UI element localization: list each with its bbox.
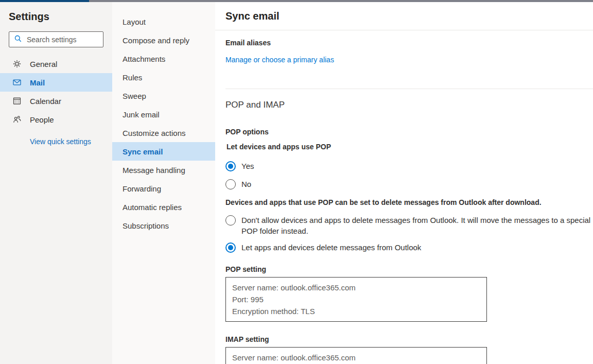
sidebar-item-calendar[interactable]: Calendar (0, 92, 112, 110)
delete-radio-allow[interactable]: Let apps and devices delete messages fro… (215, 242, 593, 253)
pop-server-name: Server name: outlook.office365.com (232, 282, 480, 293)
radio-unselected-icon[interactable] (225, 215, 236, 226)
sidebar-item-people[interactable]: People (0, 110, 112, 129)
subnav-item-compose-and-reply[interactable]: Compose and reply (112, 31, 215, 49)
imap-server-name: Server name: outlook.office365.com (232, 352, 480, 363)
people-icon (12, 115, 22, 124)
pop-options-label: POP options (215, 128, 593, 136)
pop-encryption: Encryption method: TLS (232, 305, 480, 317)
delete-radio-dont-allow[interactable]: Don't allow devices and apps to delete m… (215, 215, 593, 236)
search-settings-input[interactable] (27, 36, 99, 44)
email-aliases-heading: Email aliases (215, 39, 593, 47)
pop-and-imap-heading: POP and IMAP (215, 100, 593, 110)
subnav-item-customize-actions[interactable]: Customize actions (112, 124, 215, 142)
manage-primary-alias-link[interactable]: Manage or choose a primary alias (225, 56, 334, 64)
mail-settings-subnav: Layout Compose and reply Attachments Rul… (112, 2, 215, 364)
radio-label-no: No (241, 179, 251, 189)
use-pop-label: Let devices and apps use POP (216, 143, 593, 151)
imap-setting-heading: IMAP setting (215, 335, 593, 343)
pop-setting-box: Server name: outlook.office365.com Port:… (225, 277, 487, 322)
calendar-icon (12, 96, 22, 106)
sync-email-panel: Sync email Email aliases Manage or choos… (215, 2, 593, 364)
settings-window: Settings General (0, 0, 593, 364)
gear-icon (12, 59, 22, 68)
radio-label-allow: Let apps and devices delete messages fro… (241, 242, 421, 253)
subnav-item-layout[interactable]: Layout (112, 12, 215, 31)
radio-unselected-icon[interactable] (225, 179, 236, 189)
search-icon (13, 34, 23, 45)
settings-sidebar: Settings General (0, 2, 112, 364)
pop-setting-heading: POP setting (215, 265, 593, 273)
subnav-item-attachments[interactable]: Attachments (112, 49, 215, 68)
subnav-item-automatic-replies[interactable]: Automatic replies (112, 198, 215, 216)
delete-behavior-label: Devices and apps that use POP can be set… (215, 198, 593, 206)
radio-label-yes: Yes (241, 161, 254, 171)
use-pop-radio-yes[interactable]: Yes (215, 161, 593, 171)
subnav-item-forwarding[interactable]: Forwarding (112, 179, 215, 198)
use-pop-radio-no[interactable]: No (215, 179, 593, 189)
sidebar-item-general[interactable]: General (0, 55, 112, 73)
radio-selected-icon[interactable] (225, 242, 236, 253)
subnav-item-message-handling[interactable]: Message handling (112, 161, 215, 179)
sidebar-item-mail[interactable]: Mail (0, 73, 112, 92)
subnav-item-rules[interactable]: Rules (112, 68, 215, 86)
subnav-item-sweep[interactable]: Sweep (112, 86, 215, 105)
sidebar-nav: General Mail (0, 55, 112, 129)
radio-selected-icon[interactable] (225, 161, 236, 171)
subnav-item-subscriptions[interactable]: Subscriptions (112, 216, 215, 235)
view-quick-settings-link[interactable]: View quick settings (30, 137, 91, 146)
subnav-item-junk-email[interactable]: Junk email (112, 105, 215, 124)
pop-port: Port: 995 (232, 293, 480, 305)
sidebar-item-label: People (30, 115, 54, 124)
sidebar-item-label: Mail (30, 78, 45, 87)
content-header: Sync email (215, 2, 593, 30)
subnav-item-sync-email[interactable]: Sync email (112, 142, 215, 161)
mail-icon (12, 78, 22, 87)
settings-title: Settings (9, 11, 112, 23)
imap-setting-box: Server name: outlook.office365.com Port:… (225, 347, 487, 364)
sidebar-item-label: Calendar (30, 97, 61, 106)
radio-label-dont-allow: Don't allow devices and apps to delete m… (241, 215, 591, 236)
section-divider (225, 89, 593, 89)
page-title: Sync email (225, 10, 280, 22)
sidebar-item-label: General (30, 60, 57, 68)
search-settings-box[interactable] (9, 31, 103, 47)
